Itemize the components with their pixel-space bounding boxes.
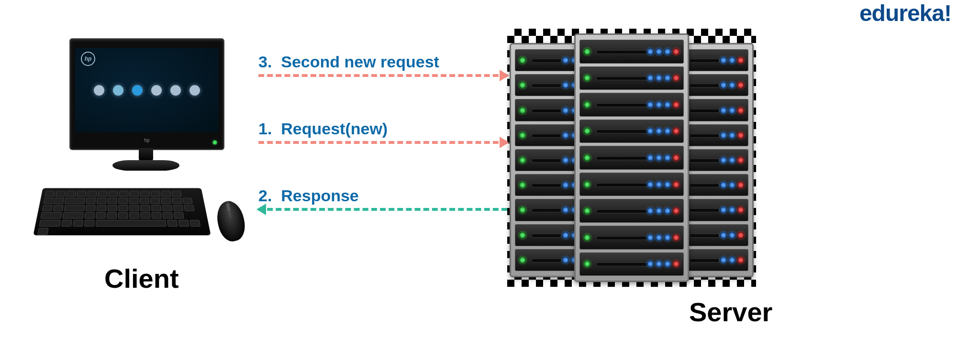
arrow-order: 2 — [258, 186, 267, 205]
arrow-line-icon — [258, 208, 507, 211]
arrow-second-request: 3. Second new request — [258, 53, 507, 77]
mouse — [214, 198, 248, 244]
arrow-first-request: 1. Request(new) — [258, 120, 507, 144]
server-label: Server — [689, 296, 772, 327]
hp-logo-icon: hp — [81, 52, 95, 66]
arrow-response: 2. Response — [258, 186, 507, 211]
arrow-head-right-icon — [500, 137, 509, 148]
arrow-order: 3 — [258, 53, 267, 71]
arrow-label: 3. Second new request — [258, 53, 507, 71]
arrow-head-right-icon — [500, 70, 509, 81]
arrow-line-icon — [258, 74, 507, 77]
monitor-screen: hp — [75, 48, 219, 132]
monitor-neck — [139, 148, 153, 162]
keyboard — [33, 188, 211, 236]
desktop-icon — [94, 85, 104, 96]
power-led-icon — [213, 141, 217, 144]
client-label: Client — [104, 263, 179, 294]
server-rack-front — [574, 33, 689, 282]
monitor-base — [112, 160, 179, 171]
monitor: hp hp — [69, 38, 224, 150]
server-illustration — [507, 29, 756, 287]
arrow-head-left-icon — [256, 204, 266, 215]
client-computer-illustration: hp hp — [29, 33, 254, 258]
monitor-chin: hp — [70, 134, 223, 146]
arrow-text: Response — [281, 186, 359, 205]
desktop-icon — [170, 85, 181, 96]
arrow-label: 2. Response — [258, 186, 507, 205]
arrow-text: Request(new) — [281, 120, 388, 138]
desktop-icon — [132, 85, 143, 96]
arrow-label: 1. Request(new) — [258, 120, 507, 138]
brand-logo-text: edureka! — [859, 0, 951, 26]
desktop-icon — [189, 85, 200, 96]
desktop-icon — [113, 85, 123, 96]
arrow-line-icon — [258, 141, 507, 144]
arrow-order: 1 — [258, 120, 267, 138]
arrow-text: Second new request — [281, 53, 439, 71]
desktop-icon — [151, 85, 162, 96]
